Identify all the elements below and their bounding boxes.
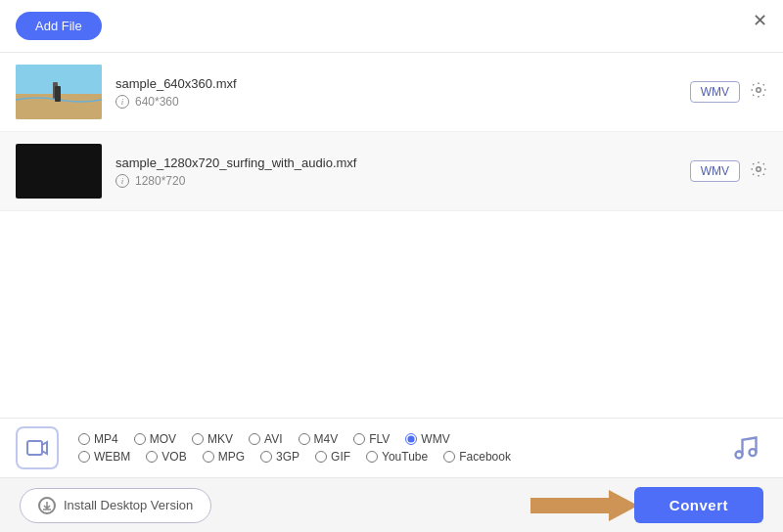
arrow-decoration bbox=[530, 486, 638, 525]
file-meta-1: i 640*360 bbox=[115, 95, 690, 109]
audio-format-icon[interactable] bbox=[724, 426, 767, 469]
header: Add File ✕ bbox=[0, 0, 783, 53]
format-option-flv[interactable]: FLV bbox=[345, 430, 397, 448]
svg-rect-0 bbox=[16, 65, 102, 94]
format-bar: MP4 MOV MKV AVI M4V FLV WMV bbox=[0, 418, 783, 477]
format-option-facebook[interactable]: Facebook bbox=[436, 448, 519, 466]
file-dimensions-2: 1280*720 bbox=[135, 174, 185, 188]
file-info-1: sample_640x360.mxf i 640*360 bbox=[115, 76, 690, 109]
thumbnail-2 bbox=[16, 144, 102, 199]
settings-button-2[interactable] bbox=[750, 160, 767, 182]
file-meta-2: i 1280*720 bbox=[115, 174, 690, 188]
format-option-avi[interactable]: AVI bbox=[241, 430, 290, 448]
format-option-mpg[interactable]: MPG bbox=[195, 448, 253, 466]
format-options: MP4 MOV MKV AVI M4V FLV WMV bbox=[70, 430, 716, 466]
file-dimensions-1: 640*360 bbox=[135, 95, 179, 109]
format-option-vob[interactable]: VOB bbox=[138, 448, 194, 466]
settings-button-1[interactable] bbox=[750, 81, 767, 103]
file-name-1: sample_640x360.mxf bbox=[115, 76, 690, 91]
add-file-button[interactable]: Add File bbox=[16, 12, 102, 40]
thumbnail-1 bbox=[16, 65, 102, 119]
svg-marker-8 bbox=[530, 490, 638, 521]
file-info-2: sample_1280x720_surfing_with_audio.mxf i… bbox=[115, 155, 690, 188]
format-row-2: WEBM VOB MPG 3GP GIF YouTube Facebook bbox=[70, 448, 716, 466]
format-option-3gp[interactable]: 3GP bbox=[253, 448, 307, 466]
format-row-1: MP4 MOV MKV AVI M4V FLV WMV bbox=[70, 430, 716, 448]
info-icon-2: i bbox=[115, 174, 129, 188]
format-option-m4v[interactable]: M4V bbox=[291, 430, 346, 448]
file-list: sample_640x360.mxf i 640*360 WMV sample_… bbox=[0, 53, 783, 211]
info-icon-1: i bbox=[115, 95, 129, 109]
format-option-wmv[interactable]: WMV bbox=[397, 430, 457, 448]
svg-point-3 bbox=[757, 88, 761, 93]
format-badge-2[interactable]: WMV bbox=[690, 160, 740, 182]
format-option-webm[interactable]: WEBM bbox=[70, 448, 138, 466]
svg-point-7 bbox=[750, 449, 757, 456]
file-item-2: sample_1280x720_surfing_with_audio.mxf i… bbox=[0, 132, 783, 211]
convert-area: Convert bbox=[530, 486, 763, 525]
format-option-mp4[interactable]: MP4 bbox=[70, 430, 126, 448]
download-icon bbox=[38, 497, 56, 514]
svg-rect-5 bbox=[27, 441, 42, 455]
file-name-2: sample_1280x720_surfing_with_audio.mxf bbox=[115, 155, 690, 170]
svg-rect-2 bbox=[53, 82, 58, 100]
action-bar: Install Desktop Version Convert bbox=[0, 477, 783, 532]
file-actions-1: WMV bbox=[690, 81, 767, 103]
format-option-mov[interactable]: MOV bbox=[126, 430, 184, 448]
format-badge-1[interactable]: WMV bbox=[690, 81, 740, 103]
format-option-mkv[interactable]: MKV bbox=[184, 430, 241, 448]
format-option-youtube[interactable]: YouTube bbox=[358, 448, 436, 466]
install-label: Install Desktop Version bbox=[64, 498, 193, 512]
video-format-icon[interactable] bbox=[16, 426, 59, 469]
install-desktop-button[interactable]: Install Desktop Version bbox=[20, 488, 211, 523]
file-item-1: sample_640x360.mxf i 640*360 WMV bbox=[0, 53, 783, 132]
format-option-gif[interactable]: GIF bbox=[307, 448, 358, 466]
file-actions-2: WMV bbox=[690, 160, 767, 182]
close-button[interactable]: ✕ bbox=[753, 12, 767, 29]
svg-point-4 bbox=[757, 167, 761, 172]
svg-point-6 bbox=[736, 452, 743, 459]
convert-button[interactable]: Convert bbox=[634, 487, 763, 523]
